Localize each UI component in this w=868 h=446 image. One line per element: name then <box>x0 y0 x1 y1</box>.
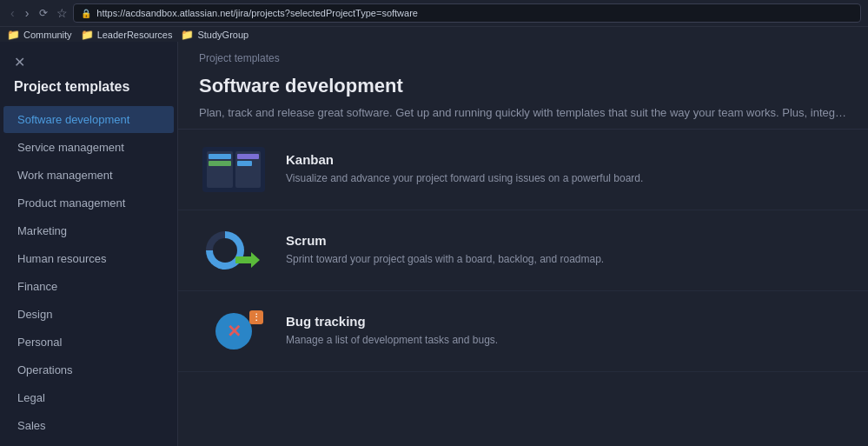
sidebar: ✕ Project templates Software development… <box>0 42 178 446</box>
bug-tracking-icon: ✕ ⋮ <box>199 305 268 357</box>
browser-toolbar: ‹ › ⟳ ☆ 🔒 https://acdsandbox.atlassian.n… <box>0 0 868 26</box>
address-bar[interactable]: 🔒 https://acdsandbox.atlassian.net/jira/… <box>73 3 861 23</box>
scrum-arrow-svg <box>235 252 260 268</box>
bookmark-community[interactable]: 📁 Community <box>7 29 72 41</box>
scrum-name: Scrum <box>286 233 847 248</box>
bug-tracking-name: Bug tracking <box>286 314 847 329</box>
browser-chrome: ‹ › ⟳ ☆ 🔒 https://acdsandbox.atlassian.n… <box>0 0 868 42</box>
kanban-desc: Visualize and advance your project forwa… <box>286 171 847 186</box>
bookmark-leader-resources[interactable]: 📁 LeaderResources <box>81 29 173 41</box>
bug-tracking-desc: Manage a list of development tasks and b… <box>286 333 847 348</box>
scrum-desc: Sprint toward your project goals with a … <box>286 252 847 267</box>
kanban-info: Kanban Visualize and advance your projec… <box>286 152 847 186</box>
sidebar-header: ✕ <box>0 42 177 79</box>
study-group-folder-icon: 📁 <box>181 29 194 41</box>
kanban-name: Kanban <box>286 152 847 167</box>
main-content: Project templates Software development P… <box>178 42 868 446</box>
leader-resources-label: LeaderResources <box>97 30 173 40</box>
sidebar-title: Project templates <box>0 79 177 105</box>
url-text: https://acdsandbox.atlassian.net/jira/pr… <box>96 8 418 18</box>
app-layout: ✕ Project templates Software development… <box>0 42 868 446</box>
leader-resources-folder-icon: 📁 <box>81 29 94 41</box>
bookmarks-bar: 📁 Community 📁 LeaderResources 📁 StudyGro… <box>0 26 868 43</box>
forward-button[interactable]: › <box>22 5 33 21</box>
sidebar-nav: Software development Service management … <box>0 105 177 446</box>
sidebar-item-sales[interactable]: Sales <box>3 412 174 439</box>
scrum-info: Scrum Sprint toward your project goals w… <box>286 233 847 267</box>
sidebar-item-design[interactable]: Design <box>3 301 174 328</box>
sidebar-item-marketing[interactable]: Marketing <box>3 217 174 244</box>
reload-button[interactable]: ⟳ <box>36 6 51 20</box>
template-card-bug-tracking[interactable]: ✕ ⋮ Bug tracking Manage a list of develo… <box>178 291 868 372</box>
templates-list: Kanban Visualize and advance your projec… <box>178 130 868 372</box>
sidebar-item-finance[interactable]: Finance <box>3 273 174 300</box>
kanban-icon <box>199 143 268 196</box>
bookmark-star-button[interactable]: ☆ <box>56 6 68 20</box>
template-card-scrum[interactable]: Scrum Sprint toward your project goals w… <box>178 210 868 291</box>
community-folder-icon: 📁 <box>7 29 20 41</box>
study-group-label: StudyGroup <box>197 30 248 40</box>
sidebar-item-personal[interactable]: Personal <box>3 329 174 356</box>
sidebar-item-legal[interactable]: Legal <box>3 384 174 411</box>
bug-tracking-info: Bug tracking Manage a list of developmen… <box>286 314 847 348</box>
template-card-kanban[interactable]: Kanban Visualize and advance your projec… <box>178 130 868 210</box>
bug-x-icon: ✕ <box>227 321 242 342</box>
sidebar-item-software-development[interactable]: Software development <box>3 106 174 133</box>
sidebar-item-human-resources[interactable]: Human resources <box>3 245 174 272</box>
bookmark-study-group[interactable]: 📁 StudyGroup <box>181 29 248 41</box>
content-header: Software development Plan, track and rel… <box>178 64 868 129</box>
scrum-icon <box>199 224 268 276</box>
bug-box-icon: ⋮ <box>252 312 261 322</box>
sidebar-item-work-management[interactable]: Work management <box>3 162 174 189</box>
page-title: Software development <box>199 75 847 97</box>
lock-icon: 🔒 <box>81 9 91 18</box>
svg-marker-0 <box>235 252 260 268</box>
browser-nav: ‹ › ⟳ <box>7 5 51 21</box>
close-button[interactable]: ✕ <box>14 54 25 70</box>
sidebar-item-service-management[interactable]: Service management <box>3 134 174 161</box>
community-label: Community <box>23 30 72 40</box>
sidebar-item-operations[interactable]: Operations <box>3 356 174 383</box>
sidebar-item-product-management[interactable]: Product management <box>3 190 174 216</box>
page-description: Plan, track and release great software. … <box>199 104 847 122</box>
back-button[interactable]: ‹ <box>7 5 18 21</box>
breadcrumb: Project templates <box>178 42 868 64</box>
